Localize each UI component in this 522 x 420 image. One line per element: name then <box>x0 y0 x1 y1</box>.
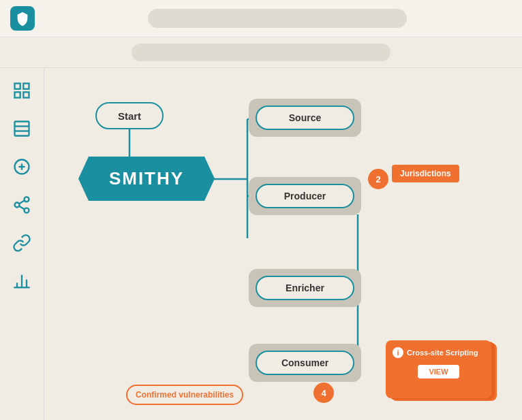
producer-label: Producer <box>284 191 326 201</box>
xss-info-icon: i <box>393 347 403 358</box>
xss-title-text: Cross-site Scripting <box>407 349 478 357</box>
svg-point-11 <box>15 203 20 208</box>
svg-rect-2 <box>15 92 20 97</box>
consumer-box-inner: Consumer <box>256 351 354 375</box>
consumer-box-outer: Consumer <box>249 344 361 382</box>
producer-box-inner: Producer <box>256 184 354 208</box>
source-label: Source <box>289 112 321 123</box>
vulnerabilities-label[interactable]: Confirmed vulnerabilities <box>126 385 243 405</box>
svg-rect-0 <box>15 84 20 89</box>
svg-rect-1 <box>23 84 29 89</box>
second-bar <box>0 37 522 68</box>
second-search-bar[interactable] <box>132 44 390 61</box>
svg-line-14 <box>19 201 25 204</box>
canvas-area: Start SMITHY Source Producer <box>44 68 522 420</box>
sidebar-item-dashboard[interactable] <box>10 78 34 103</box>
svg-rect-4 <box>15 122 29 136</box>
diagram-container: Start SMITHY Source Producer <box>58 82 508 406</box>
jurisdictions-label[interactable]: Jurisdictions <box>392 165 459 182</box>
enricher-box-inner: Enricher <box>256 276 354 300</box>
xss-card-title-row: i Cross-site Scripting <box>393 347 485 358</box>
jurisdictions-badge: 2 <box>368 169 388 189</box>
top-bar <box>0 0 522 37</box>
svg-line-13 <box>19 206 25 210</box>
sidebar-item-add[interactable] <box>10 155 34 179</box>
source-box-inner: Source <box>256 106 354 130</box>
consumer-label: Consumer <box>281 357 328 368</box>
source-box-outer: Source <box>249 99 361 137</box>
start-label: Start <box>118 110 141 122</box>
sidebar-item-table[interactable] <box>10 116 34 141</box>
smithy-label: SMITHY <box>109 168 184 189</box>
svg-rect-3 <box>23 92 29 97</box>
enricher-box-outer: Enricher <box>249 269 361 307</box>
logo[interactable] <box>10 6 35 31</box>
sidebar <box>0 68 44 420</box>
sidebar-item-link[interactable] <box>10 231 34 255</box>
xss-card-container: i Cross-site Scripting VIEW <box>386 340 495 398</box>
svg-point-10 <box>25 197 29 201</box>
smithy-node: SMITHY <box>78 157 215 201</box>
top-search-bar[interactable] <box>148 9 407 28</box>
sidebar-item-chart[interactable] <box>10 269 34 293</box>
xss-view-button[interactable]: VIEW <box>418 365 459 378</box>
svg-point-12 <box>25 208 29 213</box>
enricher-label: Enricher <box>286 282 324 293</box>
start-node: Start <box>95 102 164 129</box>
sidebar-item-share[interactable] <box>10 193 34 217</box>
xss-card-front: i Cross-site Scripting VIEW <box>386 340 491 398</box>
producer-box-outer: Producer <box>249 177 361 215</box>
main-layout: Start SMITHY Source Producer <box>0 68 522 420</box>
vulnerabilities-badge: 4 <box>313 383 334 403</box>
